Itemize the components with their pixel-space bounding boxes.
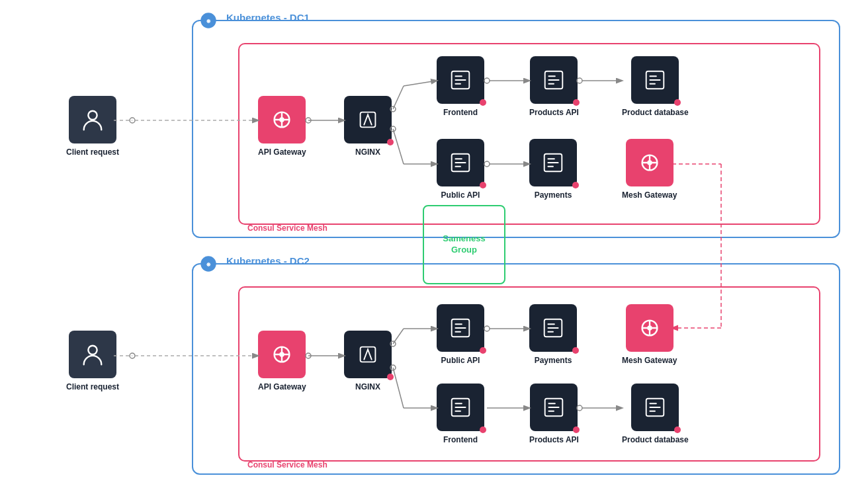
- dc1-person-icon: [80, 107, 105, 132]
- dc1-products-api-label: Products API: [529, 108, 579, 118]
- svg-text:⎈: ⎈: [206, 17, 211, 24]
- dc2-frontend-box: [437, 384, 484, 431]
- dc2-nginx-label: NGINX: [355, 382, 380, 393]
- dc1-frontend-icon: [448, 67, 473, 93]
- dc1-public-api-box: [437, 139, 484, 186]
- dc1-payments-box: [529, 139, 577, 186]
- dc1-api-gateway-box: [258, 96, 306, 143]
- dc2-client-icon-box: [69, 331, 116, 378]
- dc1-public-api-dot: [480, 182, 486, 188]
- dc2-payments-dot: [572, 347, 579, 354]
- dc2-api-gateway-label: API Gateway: [258, 382, 306, 393]
- dc1-api-gateway-node: API Gateway: [258, 96, 306, 158]
- dc1-nginx-node: NGINX: [344, 96, 392, 158]
- dc2-frontend-icon: [448, 395, 473, 420]
- svg-point-4: [88, 111, 97, 120]
- dc1-frontend-node: Frontend: [437, 56, 484, 118]
- dc1-public-api-icon: [448, 150, 473, 175]
- dc1-frontend-label: Frontend: [443, 108, 478, 118]
- dc2-public-api-dot: [480, 347, 486, 354]
- dc1-payments-dot: [572, 182, 579, 188]
- dc1-public-api-node: Public API: [437, 139, 484, 201]
- k8s-dc2-label: Kubernetes - DC2: [226, 255, 310, 266]
- dc2-api-gateway-node: API Gateway: [258, 331, 306, 393]
- dc2-nginx-icon: [355, 342, 380, 367]
- dc2-product-db-icon: [642, 395, 668, 420]
- svg-point-6: [280, 117, 285, 122]
- dc2-payments-box: [529, 304, 577, 352]
- dc2-frontend-node: Frontend: [437, 384, 484, 446]
- dc2-person-icon: [80, 342, 105, 367]
- dc2-payments-label: Payments: [535, 356, 572, 366]
- dc2-client-label: Client request: [66, 382, 119, 393]
- dc1-public-api-label: Public API: [441, 190, 480, 201]
- k8s-dc1-icon: ⎈: [200, 12, 217, 29]
- dc2-api-gateway-box: [258, 331, 306, 378]
- dc1-products-api-icon: [541, 67, 566, 93]
- dc2-frontend-dot: [480, 427, 486, 433]
- dc1-api-gateway-icon: [269, 107, 294, 132]
- dc2-products-api-icon: [541, 395, 566, 420]
- svg-point-14: [647, 160, 652, 165]
- consul-dc2-label: Consul Service Mesh: [247, 460, 327, 469]
- dc2-product-db-node: Product database: [622, 384, 689, 446]
- dc1-nginx-icon: [355, 107, 380, 132]
- dc2-public-api-box: [437, 304, 484, 352]
- dc1-frontend-dot: [480, 99, 486, 106]
- dc2-mesh-gateway-box: [626, 304, 673, 352]
- dc2-nginx-node: NGINX: [344, 331, 392, 393]
- dc2-frontend-label: Frontend: [443, 435, 478, 446]
- dc2-public-api-icon: [448, 315, 473, 341]
- dc1-product-db-box: [631, 56, 679, 104]
- dc1-products-api-box: [530, 56, 578, 104]
- dc2-product-db-dot: [674, 427, 681, 433]
- dc1-payments-node: Payments: [529, 139, 577, 201]
- dc2-public-api-label: Public API: [441, 356, 480, 366]
- dc1-client-icon-box: [69, 96, 116, 143]
- dc1-product-db-dot: [674, 99, 681, 106]
- dc1-nginx-box: [344, 96, 392, 143]
- dc2-product-db-box: [631, 384, 679, 431]
- consul-dc1-label: Consul Service Mesh: [247, 224, 327, 233]
- dc1-client-request-node: Client request: [66, 96, 119, 158]
- dc1-payments-label: Payments: [535, 190, 572, 201]
- dc2-product-db-label: Product database: [622, 435, 689, 446]
- k8s-dc1-label: Kubernetes - DC1: [226, 12, 310, 23]
- dc1-api-gateway-label: API Gateway: [258, 147, 306, 158]
- dc1-mesh-gateway-label: Mesh Gateway: [622, 190, 677, 201]
- svg-point-17: [280, 352, 285, 357]
- svg-point-49: [130, 353, 135, 358]
- dc1-product-db-icon: [642, 67, 668, 93]
- dc1-mesh-gateway-node: Mesh Gateway: [622, 139, 677, 201]
- dc2-products-api-label: Products API: [529, 435, 579, 446]
- dc2-products-api-node: Products API: [529, 384, 579, 446]
- k8s-dc2-icon: ⎈: [200, 255, 217, 272]
- dc2-payments-node: Payments: [529, 304, 577, 366]
- dc2-public-api-node: Public API: [437, 304, 484, 366]
- svg-text:⎈: ⎈: [206, 261, 211, 268]
- dc2-mesh-gateway-node: Mesh Gateway: [622, 304, 677, 366]
- sameness-group-box: SamenessGroup: [423, 205, 505, 284]
- svg-point-24: [647, 325, 652, 331]
- dc2-nginx-box: [344, 331, 392, 378]
- diagram-container: ⎈ Kubernetes - DC1 Consul Service Mesh ⎈…: [0, 0, 868, 488]
- dc1-product-db-label: Product database: [622, 108, 689, 118]
- dc1-product-db-node: Product database: [622, 56, 689, 118]
- dc1-mesh-gateway-icon: [637, 150, 662, 175]
- dc1-nginx-dot: [387, 139, 394, 145]
- dc1-mesh-gateway-box: [626, 139, 673, 186]
- sameness-group-label: SamenessGroup: [443, 233, 485, 256]
- svg-point-28: [130, 118, 135, 123]
- dc1-client-label: Client request: [66, 147, 119, 158]
- dc2-mesh-gateway-icon: [637, 315, 662, 341]
- svg-point-15: [88, 346, 97, 354]
- dc2-client-request-node: Client request: [66, 331, 119, 393]
- dc1-frontend-box: [437, 56, 484, 104]
- dc1-nginx-label: NGINX: [355, 147, 380, 158]
- dc2-mesh-gateway-label: Mesh Gateway: [622, 356, 677, 366]
- dc2-nginx-dot: [387, 374, 394, 380]
- dc2-api-gateway-icon: [269, 342, 294, 367]
- dc1-payments-icon: [541, 150, 566, 175]
- dc2-payments-icon: [541, 315, 566, 341]
- dc2-products-api-box: [530, 384, 578, 431]
